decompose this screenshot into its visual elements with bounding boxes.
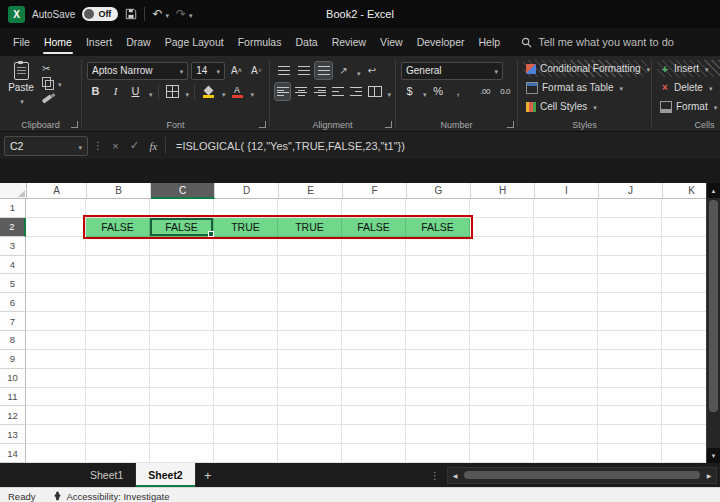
row-header-8[interactable]: 8 xyxy=(0,331,26,350)
vertical-scrollbar[interactable]: ▲ ▼ xyxy=(706,183,720,463)
cell-F6[interactable] xyxy=(342,293,406,312)
cell-D11[interactable] xyxy=(214,388,278,407)
cell-I3[interactable] xyxy=(534,237,598,256)
cell-E7[interactable] xyxy=(278,312,342,331)
row-header-4[interactable]: 4 xyxy=(0,256,26,275)
tab-help[interactable]: Help xyxy=(472,28,508,56)
column-header-C[interactable]: C xyxy=(151,183,215,199)
cell-A8[interactable] xyxy=(26,331,86,350)
cell-E3[interactable] xyxy=(278,237,342,256)
cell-F12[interactable] xyxy=(342,406,406,425)
insert-function-button[interactable]: fx xyxy=(146,140,161,152)
cell-I6[interactable] xyxy=(534,293,598,312)
formula-input[interactable]: =ISLOGICAL( {12,"Yes",TRUE,FALSE,23,"t1"… xyxy=(170,140,716,152)
tab-formulas[interactable]: Formulas xyxy=(231,28,289,56)
cell-B4[interactable] xyxy=(86,256,150,275)
cell-J14[interactable] xyxy=(598,444,662,463)
cell-F7[interactable] xyxy=(342,312,406,331)
cell-D2[interactable]: TRUE xyxy=(214,218,278,237)
fill-color-button[interactable] xyxy=(200,83,217,100)
name-box[interactable]: C2 xyxy=(4,136,88,156)
cell-E8[interactable] xyxy=(278,331,342,350)
cancel-button[interactable]: × xyxy=(108,140,123,152)
percent-style-button[interactable]: % xyxy=(430,83,447,100)
cell-B11[interactable] xyxy=(86,388,150,407)
cell-B14[interactable] xyxy=(86,444,150,463)
row-header-13[interactable]: 13 xyxy=(0,425,26,444)
cell-I9[interactable] xyxy=(534,350,598,369)
tab-view[interactable]: View xyxy=(373,28,410,56)
increase-decimal-button[interactable]: .00 xyxy=(477,83,494,100)
cell-I13[interactable] xyxy=(534,425,598,444)
cell-B1[interactable] xyxy=(86,199,150,218)
tell-me-search[interactable]: Tell me what you want to do xyxy=(521,36,674,48)
cell-A3[interactable] xyxy=(26,237,86,256)
cell-A2[interactable] xyxy=(26,218,86,237)
column-header-F[interactable]: F xyxy=(343,183,407,199)
cell-A14[interactable] xyxy=(26,444,86,463)
cell-J3[interactable] xyxy=(598,237,662,256)
format-button[interactable]: Format xyxy=(657,98,720,115)
cell-G11[interactable] xyxy=(406,388,470,407)
font-size-select[interactable]: 14 xyxy=(191,62,225,80)
cell-styles-button[interactable]: Cell Styles xyxy=(523,98,647,115)
tab-review[interactable]: Review xyxy=(325,28,373,56)
cell-F1[interactable] xyxy=(342,199,406,218)
cell-B12[interactable] xyxy=(86,406,150,425)
row-header-9[interactable]: 9 xyxy=(0,350,26,369)
scroll-right-icon[interactable]: ▶ xyxy=(702,472,716,479)
format-painter-button[interactable] xyxy=(42,93,62,105)
cell-B7[interactable] xyxy=(86,312,150,331)
cell-E4[interactable] xyxy=(278,256,342,275)
cell-F10[interactable] xyxy=(342,369,406,388)
orientation-button[interactable]: ↗ xyxy=(335,62,352,79)
row-header-6[interactable]: 6 xyxy=(0,293,26,312)
tab-data[interactable]: Data xyxy=(288,28,324,56)
row-header-14[interactable]: 14 xyxy=(0,444,26,463)
column-header-B[interactable]: B xyxy=(87,183,151,199)
cell-H14[interactable] xyxy=(470,444,534,463)
cell-A13[interactable] xyxy=(26,425,86,444)
align-left-button[interactable] xyxy=(275,83,290,100)
row-header-7[interactable]: 7 xyxy=(0,312,26,331)
cell-D13[interactable] xyxy=(214,425,278,444)
row-header-10[interactable]: 10 xyxy=(0,369,26,388)
cell-A1[interactable] xyxy=(26,199,86,218)
cell-F4[interactable] xyxy=(342,256,406,275)
italic-button[interactable]: I xyxy=(107,83,124,100)
tab-insert[interactable]: Insert xyxy=(79,28,119,56)
cell-B2[interactable]: FALSE xyxy=(86,218,150,237)
cell-C5[interactable] xyxy=(150,274,214,293)
cell-E14[interactable] xyxy=(278,444,342,463)
row-header-5[interactable]: 5 xyxy=(0,274,26,293)
cell-G3[interactable] xyxy=(406,237,470,256)
cell-J8[interactable] xyxy=(598,331,662,350)
bold-button[interactable]: B xyxy=(87,83,104,100)
cell-J9[interactable] xyxy=(598,350,662,369)
autosave-toggle[interactable]: Off xyxy=(82,7,118,21)
cell-C6[interactable] xyxy=(150,293,214,312)
cell-A6[interactable] xyxy=(26,293,86,312)
cell-J2[interactable] xyxy=(598,218,662,237)
cell-J7[interactable] xyxy=(598,312,662,331)
cell-J10[interactable] xyxy=(598,369,662,388)
undo-button[interactable]: ↶ xyxy=(152,8,169,20)
cell-C9[interactable] xyxy=(150,350,214,369)
cell-F13[interactable] xyxy=(342,425,406,444)
cell-D3[interactable] xyxy=(214,237,278,256)
align-center-button[interactable] xyxy=(293,83,308,100)
cell-F8[interactable] xyxy=(342,331,406,350)
cell-C3[interactable] xyxy=(150,237,214,256)
cell-C14[interactable] xyxy=(150,444,214,463)
cell-G2[interactable]: FALSE xyxy=(406,218,470,237)
cell-E2[interactable]: TRUE xyxy=(278,218,342,237)
comma-style-button[interactable]: , xyxy=(450,83,467,100)
cell-B3[interactable] xyxy=(86,237,150,256)
scroll-up-icon[interactable]: ▲ xyxy=(707,183,720,198)
cell-D14[interactable] xyxy=(214,444,278,463)
cell-G10[interactable] xyxy=(406,369,470,388)
cell-C2[interactable]: FALSE xyxy=(150,218,214,237)
cell-A11[interactable] xyxy=(26,388,86,407)
cell-H3[interactable] xyxy=(470,237,534,256)
column-header-H[interactable]: H xyxy=(471,183,535,199)
